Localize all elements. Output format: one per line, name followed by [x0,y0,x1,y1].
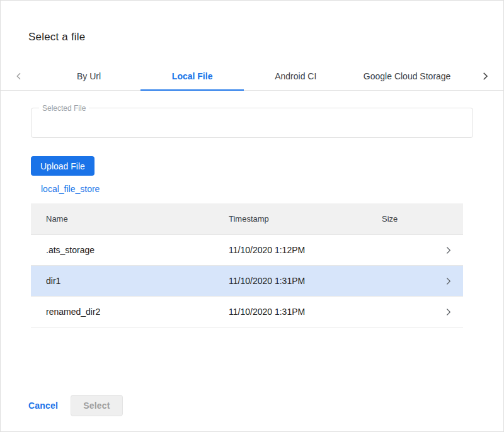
file-timestamp: 11/10/2020 1:31PM [229,307,382,317]
selected-file-input[interactable] [32,108,472,137]
file-name: renamed_dir2 [46,307,229,317]
select-button[interactable]: Select [71,395,122,416]
tabs-scroll-left-button[interactable] [1,62,37,90]
file-timestamp: 11/10/2020 1:12PM [229,245,382,255]
tab-android-ci[interactable]: Android CI [244,62,347,90]
cancel-button[interactable]: Cancel [28,395,58,416]
selected-file-field: Selected File [31,108,473,138]
tab-local-file[interactable]: Local File [140,62,244,90]
table-row-dir1[interactable]: dir1 11/10/2020 1:31PM [31,266,463,297]
table-header-row: Name Timestamp Size [31,203,463,235]
chevron-right-icon[interactable] [433,245,463,256]
chevron-right-icon [479,71,491,82]
tab-bar: By Url Local File Android CI Google Clou… [1,62,503,91]
breadcrumb-local-file-store[interactable]: local_file_store [41,184,100,194]
tabs-scroll-right-button[interactable] [467,62,503,90]
file-name: dir1 [46,276,229,286]
tab-google-cloud-storage[interactable]: Google Cloud Storage [347,62,467,90]
header-timestamp: Timestamp [229,214,382,224]
table-row-renamed-dir2[interactable]: renamed_dir2 11/10/2020 1:31PM [31,297,463,327]
table-row-ats-storage[interactable]: .ats_storage 11/10/2020 1:12PM [31,235,463,266]
tab-list: By Url Local File Android CI Google Clou… [37,62,467,90]
dialog-title: Select a file [1,1,503,43]
tab-by-url[interactable]: By Url [37,62,140,90]
selected-file-label: Selected File [39,103,89,113]
header-size: Size [382,214,433,224]
chevron-right-icon[interactable] [433,307,463,317]
chevron-right-icon[interactable] [433,276,463,287]
select-file-dialog: Select a file By Url Local File Android … [0,0,504,432]
upload-file-button[interactable]: Upload File [31,156,94,176]
chevron-left-icon [14,71,24,81]
file-table: Name Timestamp Size .ats_storage 11/10/2… [31,203,463,327]
file-timestamp: 11/10/2020 1:31PM [229,276,382,286]
file-name: .ats_storage [46,245,229,255]
tab-panel-local-file: Selected File Upload File local_file_sto… [1,108,503,327]
dialog-actions: Cancel Select [28,395,123,416]
header-name: Name [46,214,229,224]
